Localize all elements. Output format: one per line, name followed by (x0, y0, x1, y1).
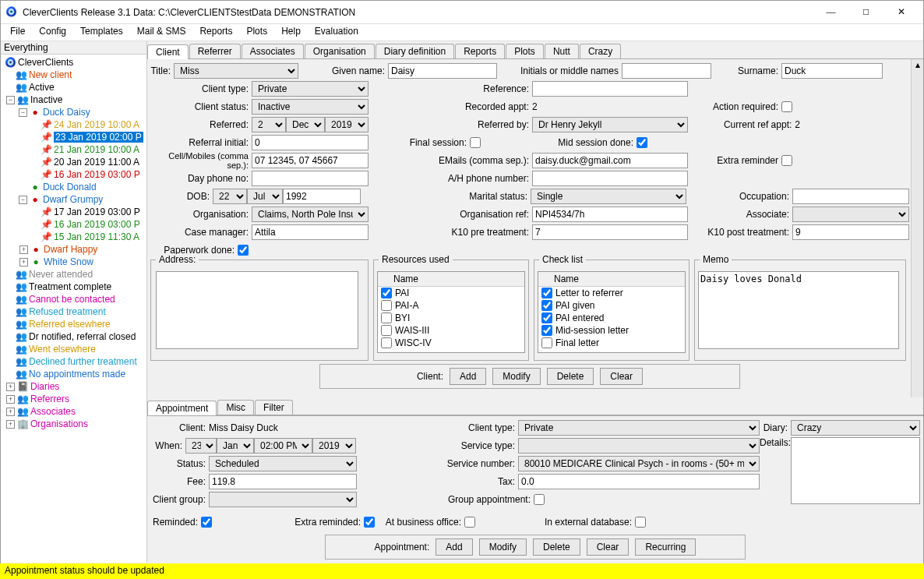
menu-file[interactable]: File (4, 24, 31, 41)
associate-select[interactable] (792, 207, 909, 222)
list-item[interactable]: Letter to referrer (538, 287, 685, 299)
appt-month-select[interactable]: Jan (217, 438, 254, 454)
tree-diaries[interactable]: +📓Diaries (1, 380, 146, 393)
tab-appointment[interactable]: Appointment (147, 401, 217, 415)
extra-reminded-checkbox[interactable] (364, 517, 375, 528)
minimize-button[interactable]: — (813, 2, 848, 23)
resource-checkbox[interactable] (381, 288, 392, 298)
tree-appt-selected[interactable]: 📌23 Jan 2019 02:00 P (1, 131, 146, 143)
appt-add-button[interactable]: Add (436, 538, 472, 556)
list-item[interactable]: WISC-IV (378, 337, 524, 349)
tab-plots[interactable]: Plots (506, 44, 544, 58)
menu-plots[interactable]: Plots (240, 24, 273, 41)
tab-crazy[interactable]: Crazy (580, 44, 621, 58)
marital-select[interactable]: Single (531, 189, 686, 204)
tree-appt[interactable]: 📌21 Jan 2019 10:00 A (1, 143, 146, 156)
given-name-input[interactable] (388, 63, 497, 79)
client-type-select[interactable]: Private (252, 81, 369, 97)
paperwork-checkbox[interactable] (238, 245, 249, 256)
appt-time-select[interactable]: 02:00 PM (254, 438, 312, 454)
menu-reports[interactable]: Reports (193, 24, 238, 41)
day-phone-input[interactable] (252, 171, 369, 186)
list-item[interactable]: Mid-session letter (538, 324, 685, 337)
client-add-button[interactable]: Add (450, 368, 486, 385)
dob-month-select[interactable]: Jul (247, 189, 283, 204)
referred-month-select[interactable]: Dec (286, 117, 325, 132)
list-item[interactable]: Final letter (538, 337, 685, 349)
surname-input[interactable] (781, 63, 883, 79)
checklist-checkbox[interactable] (541, 312, 552, 323)
client-modify-button[interactable]: Modify (492, 368, 540, 385)
tree-declined[interactable]: 👥Declined further treatment (1, 355, 146, 368)
case-manager-input[interactable] (252, 224, 369, 240)
resource-checkbox[interactable] (381, 337, 392, 348)
tab-organisation[interactable]: Organisation (305, 44, 375, 58)
tree-appt[interactable]: 📌20 Jan 2019 11:00 A (1, 156, 146, 168)
tree-associates[interactable]: +👥Associates (1, 405, 146, 418)
k10-pre-input[interactable] (532, 224, 688, 240)
tree-sidebar[interactable]: Everything 🧿CleverClients 👥New client 👥A… (1, 41, 147, 563)
tree-no-appts[interactable]: 👥No appointments made (1, 368, 146, 380)
tree-client-dwarf-grumpy[interactable]: −●Dwarf Grumpy (1, 193, 146, 206)
dob-year-input[interactable] (283, 189, 361, 204)
k10-post-input[interactable] (792, 224, 909, 240)
referred-by-select[interactable]: Dr Henry Jekyll (532, 117, 688, 132)
tree-client-duck-donald[interactable]: ●Duck Donald (1, 181, 146, 193)
tree-client-white-snow[interactable]: +●White Snow (1, 256, 146, 268)
org-ref-input[interactable] (532, 207, 688, 222)
client-status-select[interactable]: Inactive (252, 99, 369, 115)
appt-svc-num-select[interactable]: 80010 MEDICARE Clinical Psych - in rooms… (518, 456, 760, 471)
checklist-checkbox[interactable] (541, 325, 552, 336)
initials-input[interactable] (622, 63, 711, 79)
checklist-checkbox[interactable] (541, 288, 552, 298)
client-clear-button[interactable]: Clear (600, 368, 643, 385)
tree-appt[interactable]: 📌17 Jan 2019 03:00 P (1, 206, 146, 218)
checklist-checkbox[interactable] (541, 300, 552, 311)
expand-icon[interactable]: + (6, 408, 15, 416)
appt-clear-button[interactable]: Clear (587, 538, 630, 556)
appt-diary-select[interactable]: Crazy (791, 420, 920, 436)
tree-refused[interactable]: 👥Refused treatment (1, 305, 146, 318)
menu-evaluation[interactable]: Evaluation (309, 24, 365, 41)
collapse-icon[interactable]: − (6, 96, 15, 104)
appt-client-group-select[interactable] (209, 492, 357, 507)
appt-status-select[interactable]: Scheduled (209, 456, 357, 471)
tab-misc[interactable]: Misc (217, 400, 254, 415)
appt-svc-type-select[interactable] (518, 438, 760, 454)
final-session-checkbox[interactable] (470, 137, 481, 148)
tree-root[interactable]: 🧿CleverClients (1, 56, 146, 69)
scroll-up-icon[interactable]: ▴ (912, 59, 923, 70)
dob-day-select[interactable]: 22 (213, 189, 247, 204)
scrollbar[interactable]: ▴ (911, 59, 923, 397)
expand-icon[interactable]: + (19, 258, 28, 267)
appt-delete-button[interactable]: Delete (533, 538, 580, 556)
extra-reminder-checkbox[interactable] (781, 155, 792, 166)
tree-appt[interactable]: 📌24 Jan 2019 10:00 A (1, 118, 146, 131)
tab-associates[interactable]: Associates (242, 44, 304, 58)
title-select[interactable]: Miss (174, 63, 298, 79)
appt-client-type-select[interactable]: Private (518, 420, 760, 436)
close-button[interactable]: ✕ (883, 2, 919, 23)
mid-session-checkbox[interactable] (637, 137, 647, 148)
menu-mail-sms[interactable]: Mail & SMS (131, 24, 192, 41)
occupation-input[interactable] (792, 189, 909, 204)
ext-db-checkbox[interactable] (635, 517, 646, 528)
list-item[interactable]: PAI (378, 287, 524, 299)
tree-referred-elsewhere[interactable]: 👥Referred elsewhere (1, 318, 146, 330)
tree-client-dwarf-happy[interactable]: +●Dwarf Happy (1, 243, 146, 256)
menu-config[interactable]: Config (33, 24, 72, 41)
checklist-checkbox[interactable] (541, 337, 552, 348)
referred-year-select[interactable]: 2019 (325, 117, 369, 132)
action-required-checkbox[interactable] (781, 101, 792, 112)
tab-filter[interactable]: Filter (255, 400, 293, 415)
appt-modify-button[interactable]: Modify (479, 538, 527, 556)
emails-input[interactable] (532, 153, 688, 168)
tab-nutt[interactable]: Nutt (545, 44, 579, 58)
appt-tax-input[interactable] (518, 474, 760, 489)
resource-checkbox[interactable] (381, 325, 392, 336)
tree-appt[interactable]: 📌15 Jan 2019 11:30 A (1, 231, 146, 243)
appt-year-select[interactable]: 2019 (312, 438, 356, 454)
expand-icon[interactable]: + (19, 245, 28, 254)
referred-day-select[interactable]: 2 (252, 117, 286, 132)
resource-checkbox[interactable] (381, 312, 392, 323)
